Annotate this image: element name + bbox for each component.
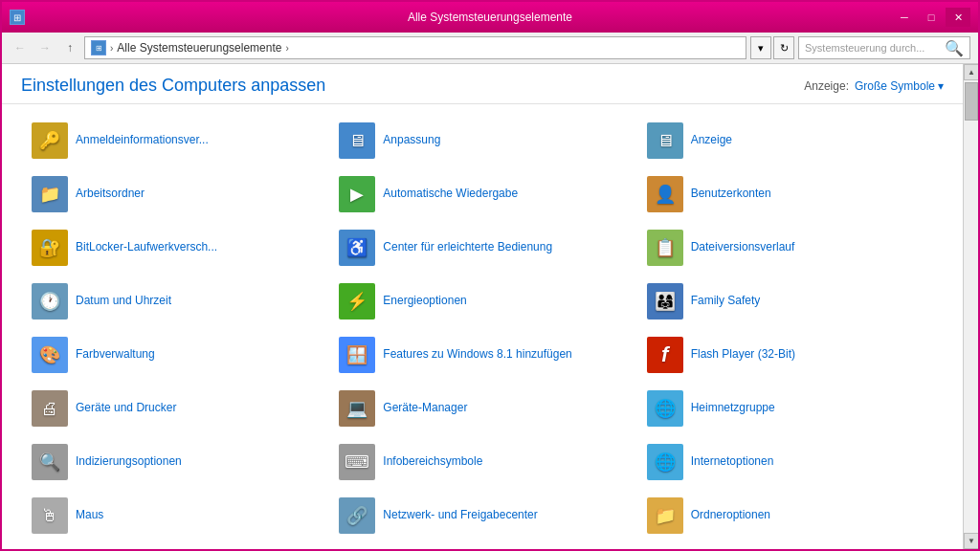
datetime-icon: 🕐 — [32, 283, 68, 320]
ease-access-label: Center für erleichterte Bedienung — [383, 240, 552, 255]
adjust-icon: 🖥 — [339, 122, 375, 159]
view-dropdown[interactable]: Große Symbole ▾ — [855, 79, 944, 93]
file-history-label: Dateiversionsverlauf — [691, 240, 795, 255]
devices-icon: 🖨 — [32, 390, 68, 427]
folder-opts-label: Ordneroptionen — [691, 508, 770, 523]
family-label: Family Safety — [691, 294, 761, 309]
grid-item-user-accounts[interactable]: 👤Benutzerkonten — [636, 167, 944, 221]
grid-item-homegroup[interactable]: 🌐Heimnetzgruppe — [636, 382, 944, 435]
view-arrow-icon: ▾ — [938, 79, 944, 93]
grid-item-device-mgr[interactable]: 💻Geräte-Manager — [328, 382, 635, 435]
scroll-thumb[interactable] — [965, 82, 978, 121]
family-icon: 👨‍👩‍👧 — [647, 283, 683, 320]
grid-item-devices[interactable]: 🖨Geräte und Drucker — [21, 382, 328, 435]
devices-label: Geräte und Drucker — [76, 401, 176, 416]
credential-label: Anmeldeinformationsver... — [76, 133, 209, 148]
grid-item-autoplay[interactable]: ▶Automatische Wiedergabe — [328, 167, 635, 221]
datetime-label: Datum und Uhrzeit — [76, 294, 171, 309]
grid-item-indexing[interactable]: 🔍Indizierungsoptionen — [21, 435, 328, 489]
main-area: Einstellungen des Computers anpassen Anz… — [2, 64, 978, 549]
grid-item-internet[interactable]: 🌐Internetoptionen — [636, 435, 944, 489]
bitlocker-icon: 🔐 — [32, 230, 68, 266]
view-control: Anzeige: Große Symbole ▾ — [804, 79, 944, 93]
file-history-icon: 📋 — [647, 230, 683, 266]
notification-label: Infobereichsymbole — [383, 454, 482, 470]
view-label: Anzeige: — [804, 79, 849, 93]
flash-icon: f — [647, 337, 683, 373]
work-folder-icon: 📁 — [32, 176, 68, 212]
dropdown-button[interactable]: ▾ — [750, 36, 771, 59]
grid-item-datetime[interactable]: 🕐Datum und Uhrzeit — [21, 275, 328, 328]
grid-item-credential[interactable]: 🔑Anmeldeinformationsver... — [21, 114, 328, 167]
grid-item-family[interactable]: 👨‍👩‍👧Family Safety — [636, 275, 944, 328]
grid-item-mouse[interactable]: 🖱Maus — [21, 489, 328, 542]
homegroup-label: Heimnetzgruppe — [691, 401, 775, 416]
scroll-down-button[interactable]: ▼ — [964, 533, 978, 549]
scroll-up-button[interactable]: ▲ — [964, 64, 978, 80]
address-icon: ⊞ — [91, 40, 106, 55]
display-label: Anzeige — [691, 133, 732, 148]
grid-item-folder-opts[interactable]: 📁Ordneroptionen — [636, 489, 944, 542]
autoplay-icon: ▶ — [339, 176, 375, 212]
device-mgr-label: Geräte-Manager — [383, 401, 467, 416]
search-box[interactable]: Systemsteuerung durch... 🔍 — [798, 36, 970, 59]
scrollbar: ▲ ▼ — [963, 64, 978, 549]
address-path: Alle Systemsteuerungselemente — [117, 41, 281, 55]
back-button[interactable]: ← — [10, 37, 31, 58]
up-button[interactable]: ↑ — [59, 37, 80, 58]
display-icon: 🖥 — [647, 122, 683, 159]
user-accounts-icon: 👤 — [647, 176, 683, 212]
energy-label: Energieoptionen — [383, 294, 466, 309]
title-bar: ⊞ Alle Systemsteuerungselemente ─ □ ✕ — [2, 2, 978, 33]
maximize-button[interactable]: □ — [919, 8, 944, 27]
folder-opts-icon: 📁 — [647, 497, 683, 534]
grid-item-color-mgmt[interactable]: 🎨Farbverwaltung — [21, 328, 328, 382]
user-accounts-label: Benutzerkonten — [691, 187, 771, 202]
internet-icon: 🌐 — [647, 444, 683, 480]
grid-item-adjust[interactable]: 🖥Anpassung — [328, 114, 635, 167]
adjust-label: Anpassung — [383, 133, 440, 148]
grid-item-network[interactable]: 🔗Netzwerk- und Freigabecenter — [328, 489, 635, 542]
grid-item-notification[interactable]: ⌨Infobereichsymbole — [328, 435, 635, 489]
content-area: Einstellungen des Computers anpassen Anz… — [2, 64, 963, 549]
window-icon: ⊞ — [10, 10, 25, 25]
homegroup-icon: 🌐 — [647, 390, 683, 427]
main-window: ⊞ Alle Systemsteuerungselemente ─ □ ✕ ← … — [0, 0, 980, 551]
refresh-button[interactable]: ↻ — [773, 36, 794, 59]
address-field[interactable]: ⊞ › Alle Systemsteuerungselemente › — [84, 36, 746, 59]
mouse-label: Maus — [76, 508, 103, 523]
minimize-button[interactable]: ─ — [892, 8, 917, 27]
ease-access-icon: ♿ — [339, 230, 375, 266]
grid-item-energy[interactable]: ⚡Energieoptionen — [328, 275, 635, 328]
internet-label: Internetoptionen — [691, 454, 774, 470]
items-grid: 🔑Anmeldeinformationsver...🖥Anpassung🖥Anz… — [21, 114, 944, 542]
close-button[interactable]: ✕ — [946, 8, 970, 27]
grid-item-display[interactable]: 🖥Anzeige — [636, 114, 944, 167]
network-label: Netzwerk- und Freigabecenter — [383, 508, 537, 523]
page-title: Einstellungen des Computers anpassen — [21, 76, 325, 96]
search-placeholder: Systemsteuerung durch... — [805, 42, 941, 54]
grid-item-bitlocker[interactable]: 🔐BitLocker-Laufwerkversch... — [21, 221, 328, 275]
grid-item-file-history[interactable]: 📋Dateiversionsverlauf — [636, 221, 944, 275]
scroll-track — [964, 80, 978, 533]
items-area: 🔑Anmeldeinformationsver...🖥Anpassung🖥Anz… — [2, 104, 963, 549]
network-icon: 🔗 — [339, 497, 375, 534]
forward-button[interactable]: → — [34, 37, 56, 58]
credential-icon: 🔑 — [32, 122, 68, 159]
indexing-icon: 🔍 — [32, 444, 68, 480]
features-icon: 🪟 — [339, 337, 375, 373]
grid-item-work-folder[interactable]: 📁Arbeitsordner — [21, 167, 328, 221]
grid-item-ease-access[interactable]: ♿Center für erleichterte Bedienung — [328, 221, 635, 275]
address-controls: ▾ ↻ — [750, 36, 794, 59]
window-title: Alle Systemsteuerungselemente — [408, 11, 572, 24]
bitlocker-label: BitLocker-Laufwerkversch... — [76, 240, 217, 255]
flash-label: Flash Player (32-Bit) — [691, 347, 795, 363]
indexing-label: Indizierungsoptionen — [76, 454, 182, 470]
grid-item-flash[interactable]: fFlash Player (32-Bit) — [636, 328, 944, 382]
address-bar: ← → ↑ ⊞ › Alle Systemsteuerungselemente … — [2, 33, 978, 64]
device-mgr-icon: 💻 — [339, 390, 375, 427]
notification-icon: ⌨ — [339, 444, 375, 480]
grid-item-features[interactable]: 🪟Features zu Windows 8.1 hinzufügen — [328, 328, 635, 382]
features-label: Features zu Windows 8.1 hinzufügen — [383, 347, 571, 363]
energy-icon: ⚡ — [339, 283, 375, 320]
